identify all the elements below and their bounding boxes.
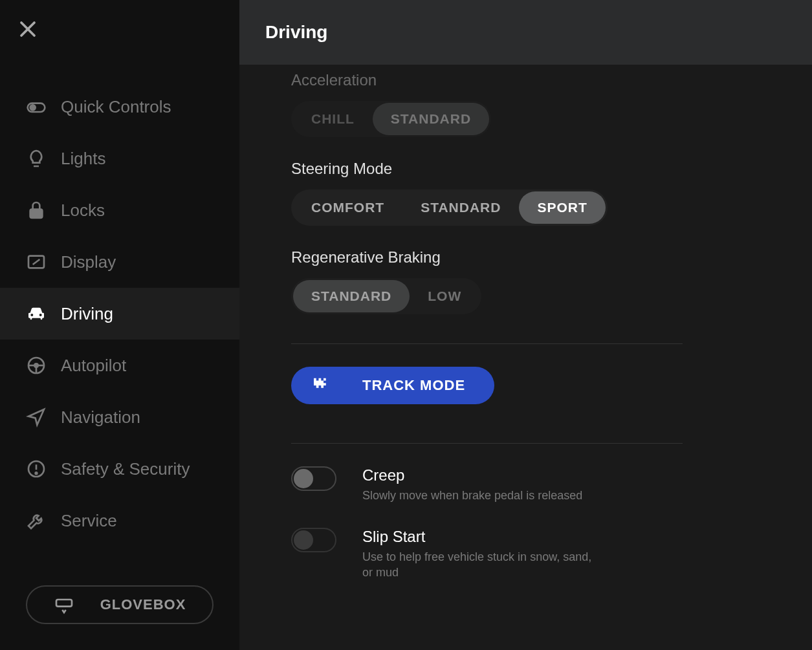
acceleration-label: Acceleration	[291, 71, 679, 89]
divider	[291, 443, 683, 444]
steering-comfort[interactable]: COMFORT	[293, 191, 402, 224]
steering-segment: COMFORT STANDARD SPORT	[291, 190, 608, 226]
alert-icon	[26, 459, 47, 479]
nav-list: Quick Controls Lights Locks Display	[0, 81, 239, 572]
creep-row: Creep Slowly move when brake pedal is re…	[291, 466, 786, 503]
sidebar-item-label: Display	[61, 252, 116, 272]
glovebox-icon	[54, 594, 74, 615]
creep-toggle[interactable]	[291, 466, 336, 491]
sidebar: Quick Controls Lights Locks Display	[0, 0, 239, 650]
acceleration-chill[interactable]: CHILL	[293, 103, 373, 135]
slip-start-desc: Use to help free vehicle stuck in snow, …	[362, 550, 595, 580]
slip-start-toggle[interactable]	[291, 528, 336, 552]
page-title: Driving	[265, 22, 327, 43]
svg-rect-15	[56, 600, 72, 607]
sidebar-item-locks[interactable]: Locks	[0, 184, 239, 236]
regen-standard[interactable]: STANDARD	[293, 280, 410, 312]
acceleration-section: Acceleration CHILL STANDARD	[265, 65, 679, 153]
sidebar-item-label: Quick Controls	[61, 97, 171, 117]
sidebar-item-service[interactable]: Service	[0, 495, 239, 547]
slip-start-title: Slip Start	[362, 528, 786, 546]
nav-icon	[26, 407, 47, 428]
wrench-icon	[26, 510, 47, 531]
steering-sport[interactable]: SPORT	[519, 191, 605, 224]
sidebar-item-label: Lights	[61, 149, 105, 169]
sidebar-item-driving[interactable]: Driving	[0, 288, 239, 340]
acceleration-segment: CHILL STANDARD	[291, 101, 491, 137]
sidebar-item-label: Locks	[61, 200, 105, 221]
track-mode-label: TRACK MODE	[362, 377, 465, 394]
close-icon[interactable]	[18, 19, 38, 39]
acceleration-standard[interactable]: STANDARD	[373, 103, 489, 135]
sidebar-item-display[interactable]: Display	[0, 236, 239, 288]
steering-section: Steering Mode COMFORT STANDARD SPORT	[265, 153, 679, 242]
steering-icon	[26, 355, 47, 376]
regen-section: Regenerative Braking STANDARD LOW	[265, 242, 679, 330]
creep-title: Creep	[362, 466, 786, 484]
svg-rect-4	[30, 210, 43, 218]
flag-icon	[311, 376, 330, 395]
sidebar-item-lights[interactable]: Lights	[0, 133, 239, 184]
sidebar-item-label: Driving	[61, 304, 113, 324]
track-mode-button[interactable]: TRACK MODE	[291, 367, 494, 404]
sidebar-item-autopilot[interactable]: Autopilot	[0, 340, 239, 391]
main-panel: Driving Acceleration CHILL STANDARD Stee…	[239, 0, 812, 650]
regen-segment: STANDARD LOW	[291, 278, 481, 314]
display-icon	[26, 252, 47, 272]
slip-start-row: Slip Start Use to help free vehicle stuc…	[291, 528, 786, 580]
header: Driving	[239, 0, 812, 65]
sidebar-item-label: Safety & Security	[61, 459, 190, 479]
sidebar-item-navigation[interactable]: Navigation	[0, 391, 239, 443]
glovebox-label: GLOVEBOX	[100, 596, 186, 613]
svg-point-8	[34, 363, 38, 367]
svg-line-6	[33, 259, 40, 265]
lock-icon	[26, 200, 47, 221]
sidebar-item-label: Autopilot	[61, 356, 126, 376]
sidebar-item-safety-security[interactable]: Safety & Security	[0, 443, 239, 495]
sidebar-item-quick-controls[interactable]: Quick Controls	[0, 81, 239, 133]
car-icon	[26, 303, 47, 324]
steering-label: Steering Mode	[291, 160, 679, 178]
glovebox-button[interactable]: GLOVEBOX	[26, 585, 214, 624]
toggle-icon	[26, 96, 47, 117]
sidebar-item-label: Service	[61, 511, 117, 531]
svg-point-3	[30, 105, 36, 110]
divider	[291, 343, 683, 344]
bulb-icon	[26, 148, 47, 169]
creep-desc: Slowly move when brake pedal is released	[362, 488, 595, 503]
steering-standard[interactable]: STANDARD	[402, 191, 519, 224]
regen-label: Regenerative Braking	[291, 248, 679, 266]
svg-point-14	[36, 472, 38, 474]
sidebar-item-label: Navigation	[61, 407, 140, 428]
regen-low[interactable]: LOW	[410, 280, 479, 312]
